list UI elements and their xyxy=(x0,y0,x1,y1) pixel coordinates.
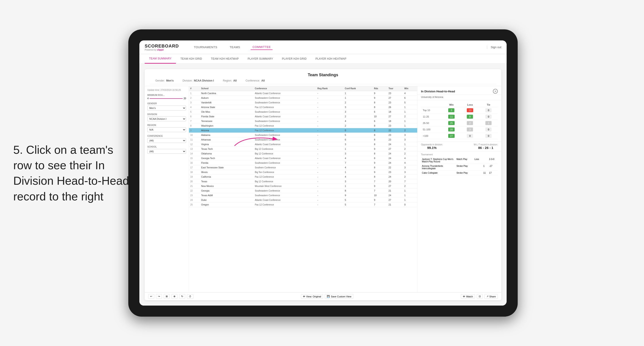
cell-reg-rank: - xyxy=(316,184,344,188)
tourn-score: 17 xyxy=(488,171,498,175)
h2h-col-range xyxy=(421,103,442,107)
tourn-name: Cabo Collegiate xyxy=(421,171,456,175)
cell-win: 1 xyxy=(403,110,417,114)
toolbar-refresh-button[interactable]: ↻ xyxy=(179,294,185,299)
table-row[interactable]: 11 Arkansas Southeastern Conference - 6 … xyxy=(189,138,417,142)
watch-label: Watch xyxy=(466,295,473,298)
cell-conf-rank: 1 xyxy=(344,91,373,96)
cell-reg-rank: - xyxy=(316,114,344,119)
table-row[interactable]: 17 East Tennessee State Southern Confere… xyxy=(189,165,417,170)
table-row[interactable]: 22 Georgia Southeastern Conference - 8 7… xyxy=(189,188,417,193)
view-original-button[interactable]: 👁 View: Original xyxy=(301,294,323,299)
sub-nav-player-h2h-heatmap[interactable]: PLAYER H2H HEATMAP xyxy=(311,54,351,64)
cell-conference: Big 12 Conference xyxy=(254,151,316,156)
sign-out-button[interactable]: Sign out xyxy=(487,45,501,49)
card-body: Update time: 27/03/2024 16:56:26 Minimum… xyxy=(145,86,501,292)
cell-win: 0 xyxy=(403,202,417,207)
table-row[interactable]: 7 Tennessee Southeastern Conference - 4 … xyxy=(189,119,417,124)
cell-rank: 1 xyxy=(189,91,200,96)
table-row[interactable]: 16 Florida Southeastern Conference - 7 9… xyxy=(189,161,417,165)
table-row[interactable]: 8 Washington Pac-12 Conference - 2 8 23 … xyxy=(189,124,417,128)
table-row[interactable]: 13 Texas Tech Big 12 Conference - 1 9 27… xyxy=(189,147,417,151)
cell-conf-rank: 3 xyxy=(344,105,373,110)
h2h-close-button[interactable]: ✕ xyxy=(493,89,498,94)
table-row[interactable]: 10 Alabama Southeastern Conference - 5 8… xyxy=(189,133,417,138)
nav-tournaments[interactable]: TOURNAMENTS xyxy=(192,45,219,50)
sub-nav-team-h2h-heatmap[interactable]: TEAM H2H HEATMAP xyxy=(206,54,243,64)
h2h-tie: 0 xyxy=(479,126,498,133)
left-panel: Update time: 27/03/2024 16:56:26 Minimum… xyxy=(145,86,189,292)
cell-conf-rank: 2 xyxy=(344,100,373,105)
card-title: Team Standings xyxy=(150,73,496,77)
cell-tour: 23 xyxy=(387,133,403,138)
conference-select[interactable]: (All) xyxy=(147,138,186,143)
cell-school: Alabama xyxy=(200,133,254,138)
cell-rank: 18 xyxy=(189,170,200,174)
toolbar-grid-button[interactable]: ⊞ xyxy=(164,294,170,299)
region-select[interactable]: N/A xyxy=(147,127,186,132)
table-row[interactable]: 5 Ole Miss Southeastern Conference - 3 6… xyxy=(189,110,417,114)
outer-background: 5. Click on a team's row to see their In… xyxy=(0,0,644,346)
school-filter-label: School xyxy=(147,146,186,148)
cell-school: Oklahoma xyxy=(200,151,254,156)
filter-group-region: Region N/A xyxy=(147,124,186,132)
filter-group-school: School (All) xyxy=(147,146,186,154)
cell-tour: 27 xyxy=(387,114,403,119)
school-select[interactable]: (All) xyxy=(147,149,186,154)
nav-committee[interactable]: COMMITTEE xyxy=(251,44,272,50)
cell-win: 7 xyxy=(403,179,417,184)
sub-nav-team-summary[interactable]: TEAM SUMMARY xyxy=(145,54,176,64)
cell-conf-rank: 5 xyxy=(344,198,373,202)
watch-button[interactable]: 👁 Watch xyxy=(461,294,475,299)
redo-button[interactable]: ↪ xyxy=(156,294,162,299)
cell-reg-rank: - xyxy=(316,174,344,179)
toolbar-extra-button[interactable]: ⊡ xyxy=(477,294,483,299)
table-row[interactable]: 4 Arizona State Pac-12 Conference - 3 8 … xyxy=(189,105,417,110)
cell-conference: Atlantic Coast Conference xyxy=(254,114,316,119)
table-row[interactable]: 19 California Pac-12 Conference - 4 8 24… xyxy=(189,174,417,179)
step-text: Click on a team's row to see their In Di… xyxy=(13,143,129,203)
table-row[interactable]: 3 Vanderbilt Southeastern Conference - 2… xyxy=(189,100,417,105)
table-row[interactable]: 15 Georgia Tech Atlantic Coast Conferenc… xyxy=(189,156,417,161)
filter-conference-value: All xyxy=(261,79,264,82)
tourn-type: Stroke Play xyxy=(456,164,474,171)
share-button[interactable]: ↗ Share xyxy=(484,294,498,299)
cell-rds: 8 xyxy=(373,105,387,110)
table-row[interactable]: 14 Oklahoma Big 12 Conference - 3 8 24 2 xyxy=(189,151,417,156)
cell-win: 2 xyxy=(403,128,417,133)
cell-tour: 24 xyxy=(387,193,403,198)
min-rou-slider[interactable] xyxy=(150,98,183,99)
table-row[interactable]: 25 Oregon Pac-12 Conference - 5 7 21 0 xyxy=(189,202,417,207)
division-select[interactable]: NCAA Division I xyxy=(147,116,186,121)
gender-select[interactable]: Men's Women's xyxy=(147,106,186,111)
table-row[interactable]: 20 Texas Big 12 Conference - 3 7 20 7 xyxy=(189,179,417,184)
toolbar-add-button[interactable]: ⊕ xyxy=(172,294,178,299)
table-row[interactable]: 1 North Carolina Atlantic Coast Conferen… xyxy=(189,91,417,96)
cell-tour: 23 xyxy=(387,124,403,128)
table-row[interactable]: 9 Arizona Pac-12 Conference - 0 8 22 2 xyxy=(189,128,417,133)
cell-win: 1 xyxy=(403,119,417,124)
table-row[interactable]: 18 Illinois Big Ten Conference - 1 9 23 … xyxy=(189,170,417,174)
table-row[interactable]: 12 Virginia Atlantic Coast Conference - … xyxy=(189,142,417,147)
cell-reg-rank: - xyxy=(316,110,344,114)
save-custom-view-button[interactable]: 💾 Save Custom View xyxy=(325,294,353,299)
cell-school: Texas Tech xyxy=(200,147,254,151)
table-row[interactable]: 6 Florida State Atlantic Coast Conferenc… xyxy=(189,114,417,119)
cell-rds: 8 xyxy=(373,151,387,156)
toolbar-clock-button[interactable]: ⏱ xyxy=(187,294,193,299)
sub-nav-player-summary[interactable]: PLAYER SUMMARY xyxy=(243,54,278,64)
tourn-type: Match Play xyxy=(456,157,474,164)
wlt-label: W-L-T record in-division: xyxy=(474,143,498,146)
sub-nav-player-h2h-grid[interactable]: PLAYER H2H GRID xyxy=(278,54,311,64)
opponents-pct-label: Opponents in division: xyxy=(421,143,443,146)
cell-conference: Big 12 Conference xyxy=(254,147,316,151)
table-row[interactable]: 2 Auburn Southeastern Conference - 1 9 2… xyxy=(189,96,417,100)
nav-teams[interactable]: TEAMS xyxy=(228,45,242,50)
undo-button[interactable]: ↩ xyxy=(148,294,154,299)
table-row[interactable]: 21 New Mexico Mountain West Conference -… xyxy=(189,184,417,188)
table-header-row: # School Conference Reg Rank Conf Rank R… xyxy=(189,86,417,91)
table-row[interactable]: 24 Duke Atlantic Coast Conference - 5 9 … xyxy=(189,198,417,202)
table-row[interactable]: 23 Texas A&M Southeastern Conference - 9… xyxy=(189,193,417,198)
cell-reg-rank: - xyxy=(316,96,344,100)
sub-nav-team-h2h-grid[interactable]: TEAM H2H GRID xyxy=(176,54,206,64)
